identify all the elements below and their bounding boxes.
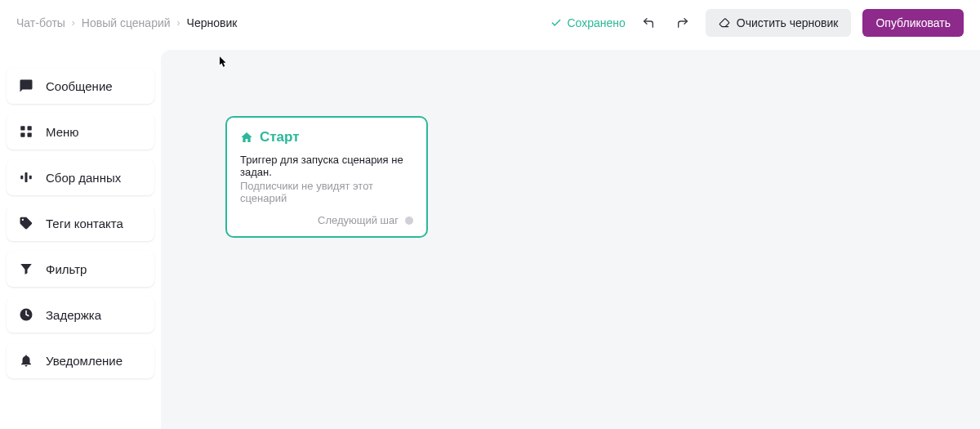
form-icon [18,169,34,185]
redo-icon [676,16,689,29]
next-step[interactable]: Следующий шаг [240,214,413,226]
sidebar-item-label: Теги контакта [46,217,123,230]
start-warning-line: Триггер для запуска сценария не задан. [240,154,413,178]
breadcrumb: Чат-боты › Новый сценарий › Черновик [16,16,237,29]
header: Чат-боты › Новый сценарий › Черновик Сох… [0,0,980,45]
sidebar-item-label: Фильтр [46,262,87,276]
home-icon [240,131,253,144]
chevron-right-icon: › [177,17,180,29]
connector-dot-icon[interactable] [405,217,413,225]
filter-icon [18,261,34,277]
clear-draft-label: Очистить черновик [737,16,839,29]
eraser-icon [719,17,730,29]
check-icon [550,17,562,29]
breadcrumb-chatbots[interactable]: Чат-боты [16,16,65,29]
start-node[interactable]: Старт Триггер для запуска сценария не за… [225,116,428,238]
message-icon [18,78,34,94]
sidebar-item-data-collection[interactable]: Сбор данных [7,159,154,195]
sidebar-item-label: Задержка [46,308,101,322]
sidebar-item-label: Меню [46,125,79,139]
bell-icon [18,352,34,369]
sidebar-item-notification[interactable]: Уведомление [7,342,154,378]
undo-button[interactable] [637,11,660,34]
sidebar-item-label: Уведомление [46,354,122,368]
breadcrumb-new-scenario[interactable]: Новый сценарий [82,16,171,29]
svg-rect-2 [20,133,24,137]
header-actions: Сохранено Очистить черновик Опубликовать [550,9,964,37]
cursor-icon [220,56,228,68]
clear-draft-button[interactable]: Очистить черновик [706,9,852,37]
svg-rect-0 [20,126,24,130]
svg-rect-3 [28,133,32,137]
svg-rect-6 [29,176,32,180]
start-help-line: Подписчики не увидят этот сценарий [240,180,413,204]
menu-icon [18,123,34,140]
next-step-label: Следующий шаг [318,214,399,226]
publish-button[interactable]: Опубликовать [862,9,964,37]
clock-icon [18,306,34,323]
undo-icon [642,16,655,29]
tag-icon [18,215,34,231]
redo-button[interactable] [671,11,694,34]
sidebar-item-delay[interactable]: Задержка [7,297,154,333]
sidebar-item-label: Сбор данных [46,171,121,185]
start-title: Старт [260,129,300,145]
publish-label: Опубликовать [875,16,951,29]
svg-rect-5 [20,176,23,180]
svg-rect-1 [28,126,32,130]
sidebar-item-menu[interactable]: Меню [7,114,154,150]
sidebar-item-filter[interactable]: Фильтр [7,251,154,287]
sidebar-item-message[interactable]: Сообщение [7,68,154,104]
sidebar-item-label: Сообщение [46,79,113,93]
saved-label: Сохранено [567,16,625,29]
sidebar: Сообщение Меню Сбор данных Теги контакта… [0,45,161,429]
sidebar-item-contact-tags[interactable]: Теги контакта [7,205,154,241]
canvas[interactable]: Старт Триггер для запуска сценария не за… [161,50,980,429]
breadcrumb-draft: Черновик [187,16,238,29]
svg-rect-4 [25,172,28,182]
saved-status: Сохранено [550,16,625,29]
chevron-right-icon: › [72,17,75,29]
